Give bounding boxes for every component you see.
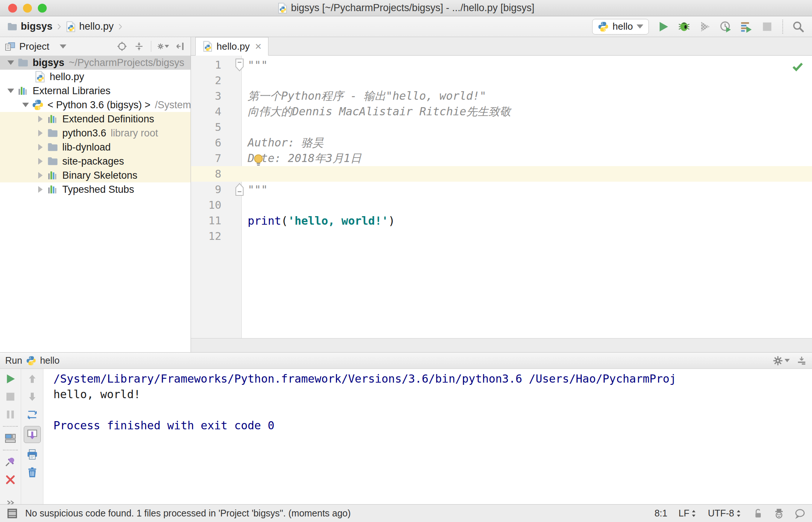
stop-button[interactable] <box>760 20 774 34</box>
toolbar-separator <box>3 426 18 427</box>
rerun-button[interactable] <box>4 373 17 385</box>
concurrency-diagram-button[interactable] <box>739 20 753 34</box>
debug-button[interactable] <box>677 20 691 34</box>
tree-toggle-collapsed-icon[interactable] <box>34 158 47 165</box>
tree-toggle-collapsed-icon[interactable] <box>34 116 47 122</box>
code-line-3[interactable]: 3第一个Python程序 - 输出"hello, world!" <box>191 88 812 104</box>
print-button[interactable] <box>26 448 39 461</box>
restore-layout-button[interactable] <box>4 432 17 445</box>
toolbar-separator <box>151 41 151 52</box>
tree-toggle-collapsed-icon[interactable] <box>34 172 47 179</box>
close-tab-icon[interactable]: × <box>255 41 262 52</box>
code-line-1[interactable]: 1""" <box>191 57 812 73</box>
tree-toggle-expanded-icon[interactable] <box>4 60 17 65</box>
toolwindow-switcher-icon[interactable] <box>7 508 18 519</box>
lock-icon[interactable] <box>753 508 764 519</box>
soft-wrap-button[interactable] <box>26 408 39 421</box>
code-line-4[interactable]: 4向伟大的Dennis MacAlistair Ritchie先生致敬 <box>191 104 812 119</box>
run-with-coverage-button[interactable] <box>698 20 712 34</box>
hector-icon[interactable] <box>773 508 785 519</box>
code-line-5[interactable]: 5 <box>191 119 812 135</box>
line-number: 7 <box>191 152 242 165</box>
tree-item-bigsys[interactable]: bigsys~/PycharmProjects/bigsys <box>0 56 191 70</box>
code-line-2[interactable]: 2 <box>191 73 812 88</box>
console-toolbar <box>21 369 43 504</box>
pin-button[interactable] <box>4 456 17 468</box>
line-separator-widget[interactable]: LF <box>679 508 697 519</box>
tree-item-typeshed-stubs[interactable]: Typeshed Stubs <box>0 182 191 196</box>
tree-toggle-expanded-icon[interactable] <box>19 103 32 107</box>
breadcrumb: bigsyshello.py <box>7 21 124 32</box>
tree-item-binary-skeletons[interactable]: Binary Skeletons <box>0 168 191 182</box>
settings-button[interactable] <box>157 40 169 52</box>
stop-button[interactable] <box>4 390 17 403</box>
tab-hello-py[interactable]: hello.py × <box>195 37 268 56</box>
tree-item-python3-6[interactable]: python3.6library root <box>0 126 191 140</box>
tree-toggle-collapsed-icon[interactable] <box>34 186 47 193</box>
tree-item-lib-dynload[interactable]: lib-dynload <box>0 140 191 154</box>
code-line-8[interactable]: 8 <box>191 166 812 182</box>
soft-wrap-icon <box>26 409 38 420</box>
breadcrumb-hello-py[interactable]: hello.py <box>65 21 114 32</box>
tree-item-external-libraries[interactable]: External Libraries <box>0 84 191 98</box>
settings-icon <box>773 356 783 366</box>
code-line-7[interactable]: 7Date: 2018年3月1日 <box>191 151 812 166</box>
line-number: 11 <box>191 214 242 227</box>
code-line-12[interactable]: 12 <box>191 228 812 244</box>
code-line-9[interactable]: 9""" <box>191 182 812 197</box>
code-line-10[interactable]: 10 <box>191 197 812 213</box>
updown-icon <box>736 509 742 518</box>
caret-position-widget[interactable]: 8:1 <box>654 508 667 519</box>
tree-item-extended-definitions[interactable]: Extended Definitions <box>0 112 191 126</box>
hide-panel-button[interactable] <box>174 40 186 52</box>
tree-toggle-collapsed-icon[interactable] <box>34 144 47 151</box>
inspections-ok-icon[interactable] <box>791 60 804 73</box>
run-configuration-select[interactable]: hello <box>592 19 649 34</box>
pyfile-icon <box>65 21 76 32</box>
intention-bulb-icon[interactable] <box>252 153 264 170</box>
fold-marker-start-icon[interactable] <box>235 58 244 72</box>
line-number: 12 <box>191 230 242 242</box>
close-button[interactable] <box>4 473 17 486</box>
encoding-widget[interactable]: UTF-8 <box>708 508 742 519</box>
search-everywhere-button[interactable] <box>791 20 805 34</box>
chevron-down-icon[interactable] <box>60 44 66 49</box>
more-button[interactable] <box>4 496 17 504</box>
pause-button[interactable] <box>4 408 17 421</box>
clear-button[interactable] <box>26 466 39 479</box>
settings-button[interactable] <box>773 356 790 366</box>
collapse-all-button[interactable] <box>133 40 145 52</box>
project-panel-title[interactable]: Project <box>19 41 49 52</box>
close-icon <box>4 474 16 486</box>
breadcrumb-bigsys[interactable]: bigsys <box>7 21 53 32</box>
scroll-to-end-icon <box>26 429 38 440</box>
title-bar: bigsys [~/PycharmProjects/bigsys] - .../… <box>0 0 812 16</box>
close-window-button[interactable] <box>8 4 17 13</box>
chevron-right-icon <box>55 22 63 32</box>
rerun-icon <box>4 373 16 385</box>
tree-toggle-collapsed-icon[interactable] <box>34 130 47 136</box>
locate-button[interactable] <box>116 40 128 52</box>
zoom-window-button[interactable] <box>38 4 47 13</box>
fold-marker-end-icon[interactable] <box>235 183 244 196</box>
run-console-output[interactable]: /System/Library/Frameworks/Python.framew… <box>43 369 812 504</box>
tree-item-python-3-6-bigsys[interactable]: < Python 3.6 (bigsys) >/System <box>0 98 191 112</box>
profiler-button[interactable] <box>719 20 733 34</box>
project-tab-icon <box>4 41 16 52</box>
minimize-window-button[interactable] <box>23 4 32 13</box>
tree-toggle-expanded-icon[interactable] <box>4 89 17 93</box>
tree-item-hello-py[interactable]: hello.py <box>0 70 191 84</box>
tree-item-site-packages[interactable]: site-packages <box>0 154 191 168</box>
scroll-to-end-button[interactable] <box>24 426 41 443</box>
concurrency-diagram-icon <box>740 20 753 33</box>
project-panel-header: Project <box>0 37 191 56</box>
event-bubble-icon[interactable] <box>794 508 805 519</box>
code-line-11[interactable]: 11print('hello, world!') <box>191 213 812 228</box>
code-line-6[interactable]: 6Author: 骆昊 <box>191 135 812 151</box>
dock-button[interactable] <box>796 356 807 366</box>
up-button[interactable] <box>26 373 39 385</box>
code-editor[interactable]: 1"""23第一个Python程序 - 输出"hello, world!"4向伟… <box>191 56 812 338</box>
python-file-icon <box>202 41 213 52</box>
down-button[interactable] <box>26 390 39 403</box>
run-button[interactable] <box>656 20 670 34</box>
